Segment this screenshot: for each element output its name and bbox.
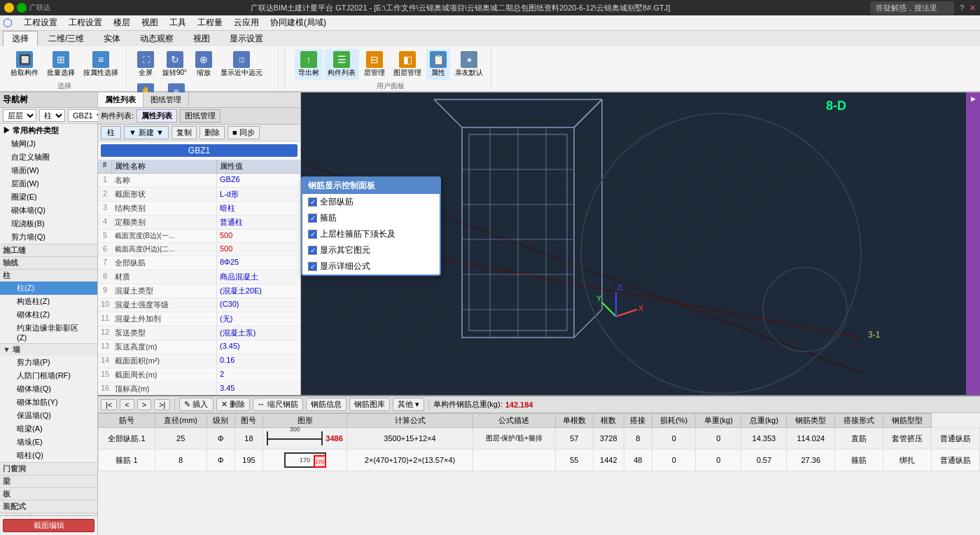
maximize-btn[interactable]: [17, 3, 27, 13]
nav-item-wallface[interactable]: 墙面(W): [0, 164, 97, 177]
copy-btn[interactable]: 复制: [172, 126, 197, 139]
rotate90-btn[interactable]: ↻ 旋转90°: [159, 49, 190, 80]
comp-tab-list[interactable]: 属性列表: [136, 109, 177, 123]
ribbon-group-ops: ⛶ 全屏 ↻ 旋转90° ⊕ 缩放 ◫ 显示近中远元 ✋ 平移: [130, 48, 279, 90]
pick-icon: 🔲: [16, 51, 33, 68]
nav-item-customgrid[interactable]: 自定义轴圈: [0, 151, 97, 164]
ribbon-tab-solid[interactable]: 实体: [94, 31, 130, 46]
checkbox-show-formula[interactable]: ✓: [308, 262, 317, 271]
nav-item-darkcol[interactable]: 暗柱(Q): [0, 449, 97, 462]
close-btn[interactable]: ✕: [969, 4, 976, 13]
col-type-btn[interactable]: 柱: [101, 126, 121, 139]
checkbox-show-others[interactable]: ✓: [308, 246, 317, 255]
prop-tab-list[interactable]: 属性列表: [98, 92, 144, 107]
showhide-btn[interactable]: ◫ 显示近中远元: [217, 49, 266, 80]
nav-item-rf-wall[interactable]: 人防门框墙(RF): [0, 369, 97, 382]
floor-dropdown[interactable]: 层层 柱: [3, 109, 36, 122]
comp-tab-graph[interactable]: 图纸管理: [180, 109, 220, 123]
nav-item-castslab[interactable]: 现浇板(B): [0, 217, 97, 230]
svg-line-24: [574, 310, 602, 338]
nav-item-darkbeam[interactable]: 暗梁(A): [0, 422, 97, 436]
svg-point-26: [581, 113, 861, 394]
search-box[interactable]: 答疑解惑，搜法里: [870, 1, 954, 15]
layer-manage-btn[interactable]: ⊟ 层管理: [360, 49, 388, 80]
ribbon-tab-select[interactable]: 选择: [3, 31, 38, 46]
nav-item-shearwall2[interactable]: 剪力墙(P): [0, 356, 97, 369]
export-tree-btn[interactable]: ↑ 导出树: [295, 49, 323, 80]
userface-btn[interactable]: ★ 亲友默认: [451, 49, 486, 80]
section-edit-btn[interactable]: 截面编辑: [3, 519, 94, 532]
total-weight-label: 单构件钢筋总重(kg):: [433, 399, 503, 410]
nav-item-shearwall[interactable]: 剪力墙(Q): [0, 230, 97, 244]
paste-btn[interactable]: ■ 同步: [227, 126, 260, 139]
nav-item-wallpier[interactable]: 墙垛(E): [0, 436, 97, 449]
nav-item-ringbeam[interactable]: 圈梁(E): [0, 190, 97, 204]
nav-item-floor[interactable]: 层面(W): [0, 177, 97, 190]
ribbon-tab-dynobs[interactable]: 动态观察: [131, 31, 183, 46]
other-btn[interactable]: 其他 ▾: [393, 398, 424, 411]
ribbon-tab-2d3d[interactable]: 二维/三维: [39, 31, 93, 46]
nav-item-insuwall[interactable]: 保温墙(Q): [0, 409, 97, 422]
nav-item-grid[interactable]: 轴网(J): [0, 137, 97, 151]
prop-tab-drawing[interactable]: 图纸管理: [144, 92, 189, 107]
delete-steel-btn[interactable]: ✕ 删除: [216, 398, 250, 411]
nav-prev-btn[interactable]: <: [120, 399, 134, 410]
steel-opt-stirrup[interactable]: ✓ 箍筋: [302, 210, 440, 226]
prop-btn[interactable]: 📋 属性: [426, 49, 450, 80]
insert-btn[interactable]: ✎ 插入: [179, 398, 213, 411]
steel-opt-show-others[interactable]: ✓ 显示其它图元: [302, 242, 440, 258]
table-row-1[interactable]: 全部纵筋.1 25 Φ 18: [99, 428, 980, 450]
zoom-btn[interactable]: ⊕ 缩放: [192, 49, 216, 80]
prop-select-btn[interactable]: ≡ 按属性选择: [80, 49, 122, 80]
menu-6[interactable]: 云应用: [228, 15, 265, 30]
nav-next-btn[interactable]: >: [137, 399, 151, 410]
nav-item-constraintcol[interactable]: 约束边缘非影影区(Z): [0, 321, 97, 343]
menu-4[interactable]: 工具: [164, 15, 192, 30]
steel-opt-all-long[interactable]: ✓ 全部纵筋: [302, 194, 440, 210]
menu-5[interactable]: 工程量: [192, 15, 228, 30]
batch-select-btn[interactable]: ⊞ 批量选择: [43, 49, 78, 80]
ribbon: 选择 二维/三维 实体 动态观察 视图 显示设置 🔲 拾取构件 ⊞ 批量选择 ≡…: [0, 31, 980, 92]
nav-cat-common[interactable]: ▶ 常用构件类型: [0, 124, 97, 137]
opt-stirrup-label: 箍筋: [320, 212, 337, 224]
nav-last-btn[interactable]: >|: [154, 399, 170, 410]
nav-item-col[interactable]: 柱(Z): [0, 282, 97, 295]
nav-section-axis: 轴线: [0, 256, 97, 269]
minimize-btn[interactable]: [4, 3, 14, 13]
nav-first-btn[interactable]: |<: [101, 399, 117, 410]
col-dropdown[interactable]: 柱: [39, 109, 65, 122]
fullscreen-btn[interactable]: ⛶ 全屏: [134, 49, 158, 80]
nav-item-masrein[interactable]: 砌体加筋(Y): [0, 396, 97, 409]
menu-7[interactable]: 协同建模(局域): [265, 15, 332, 30]
pick-component-btn[interactable]: 🔲 拾取构件: [7, 49, 42, 80]
menu-1[interactable]: 工程设置: [63, 15, 108, 30]
nav-section-slab: 板: [0, 487, 97, 500]
col-shape: 图形: [263, 414, 347, 428]
checkbox-stirrup[interactable]: ✓: [308, 214, 317, 223]
steel-opt-show-formula[interactable]: ✓ 显示详细公式: [302, 258, 440, 275]
checkbox-all-long[interactable]: ✓: [308, 197, 317, 207]
steel-opt-upper-length[interactable]: ✓ 上层柱箍筋下须长及: [302, 226, 440, 242]
ribbon-tab-view[interactable]: 视图: [184, 31, 219, 46]
nav-item-structcol[interactable]: 构造柱(Z): [0, 295, 97, 308]
nav-item-maswall[interactable]: 砌体墙(Q): [0, 382, 97, 396]
add-comp-btn[interactable]: ▼ 新建 ▼: [124, 126, 169, 139]
nav-item-masonrycol[interactable]: 砌体柱(Z): [0, 308, 97, 321]
delete-btn[interactable]: 删除: [200, 126, 225, 139]
steel-lib-btn[interactable]: 钢筋图库: [349, 398, 390, 411]
scale-steel-btn[interactable]: ↔ 缩尺钢筋: [253, 398, 303, 411]
table-row-2[interactable]: 箍筋 1 8 Φ 195 170: [99, 450, 980, 471]
ribbon-tab-display[interactable]: 显示设置: [220, 31, 272, 46]
steel-info-btn[interactable]: 钢筋信息: [306, 398, 346, 411]
nav-item-masonrywall[interactable]: 砌体墙(Q): [0, 204, 97, 217]
checkbox-upper-length[interactable]: ✓: [308, 230, 317, 239]
comp-list-btn[interactable]: ☰ 构件列表: [324, 49, 359, 80]
menu-0[interactable]: 工程设置: [18, 15, 63, 30]
gbz1-label[interactable]: GBZ1: [101, 144, 298, 157]
col-singleweight: 单重(kg): [696, 414, 741, 428]
help-btn[interactable]: ?: [960, 4, 964, 12]
graph-manage-btn[interactable]: ◧ 图层管理: [390, 49, 425, 80]
menu-2[interactable]: 楼层: [108, 15, 136, 30]
comp-header: 构件列表: 属性列表 图纸管理: [98, 108, 300, 125]
menu-3[interactable]: 视图: [136, 15, 164, 30]
